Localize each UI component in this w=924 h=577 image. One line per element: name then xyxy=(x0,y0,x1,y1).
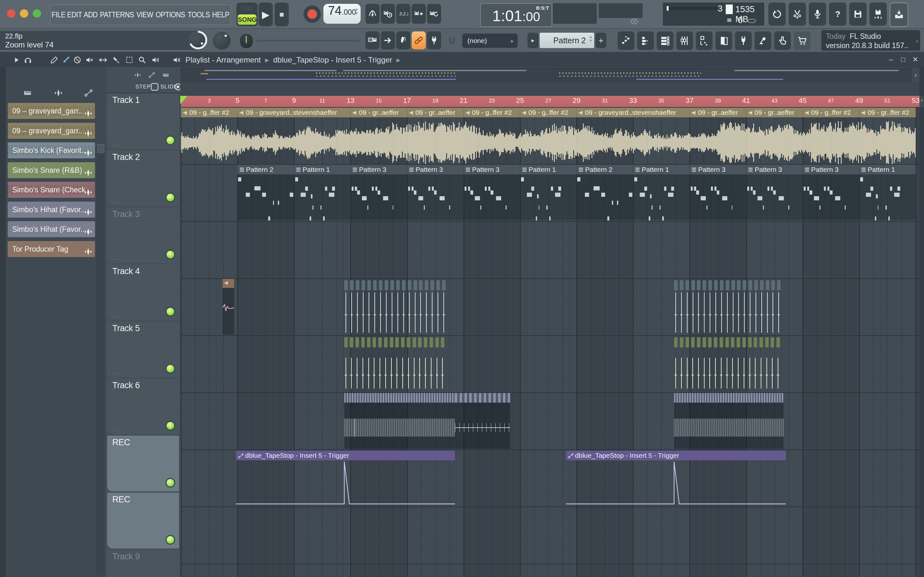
metronome-button[interactable] xyxy=(365,4,380,24)
clip-source-item[interactable]: 09 – graveyard_garr.. xyxy=(8,123,95,139)
zoom-window-button[interactable] xyxy=(33,9,41,18)
audio-clip[interactable]: 09 - g..ffer #2 xyxy=(181,108,238,117)
pattern-clip[interactable]: ≣Pattern 2 xyxy=(577,165,633,174)
audio-wave-icon[interactable] xyxy=(134,71,141,80)
automation-clip-label[interactable]: dblue_TapeStop - Insert 5 - Trigger xyxy=(236,451,455,460)
snap-selector[interactable]: (none) ▸ xyxy=(462,33,518,48)
menu-edit[interactable]: EDIT xyxy=(67,11,82,19)
select-tool[interactable] xyxy=(124,55,135,65)
vertical-scrollbar[interactable]: ^ xyxy=(919,67,924,577)
shuttle-wheel[interactable] xyxy=(240,34,253,48)
mixer-button[interactable] xyxy=(676,31,693,50)
pattern-clip[interactable]: ≣Pattern 3 xyxy=(690,165,746,174)
pattern-clip[interactable]: ≣Pattern 3 xyxy=(803,165,859,174)
pattern-clip-body[interactable] xyxy=(237,174,294,220)
track-arm-led[interactable] xyxy=(166,135,175,145)
track-arm-led[interactable] xyxy=(166,250,175,259)
scroll-up-button[interactable]: ^ xyxy=(919,96,924,107)
plugin-database-button[interactable] xyxy=(735,31,752,50)
master-pitch-knob[interactable] xyxy=(212,31,231,50)
close-window-button[interactable] xyxy=(7,9,15,18)
record-button[interactable] xyxy=(304,5,321,23)
clip-source-item[interactable]: Simbo's Snare (Check) xyxy=(8,182,95,198)
countdown-button[interactable]: 3.2.1 xyxy=(396,4,410,24)
audio-clip[interactable]: 09 - gr..ffer #2 xyxy=(859,108,916,117)
track-arm-led[interactable] xyxy=(166,307,175,316)
mini-audio-clip[interactable] xyxy=(223,279,234,288)
remote-control-button[interactable] xyxy=(427,31,441,49)
browser-button[interactable] xyxy=(696,31,712,50)
pattern-clip-body[interactable] xyxy=(633,174,689,220)
tempo-spinner[interactable]: ▲▼ xyxy=(354,7,359,15)
pattern-clip[interactable]: ≣Pattern 2 xyxy=(237,165,294,174)
automation-icon[interactable] xyxy=(148,71,155,80)
sidebar-tab-audio-wave[interactable] xyxy=(52,88,65,98)
audio-clip[interactable]: 09 - gr..aeffer xyxy=(746,108,803,117)
pattern-clip-body[interactable] xyxy=(294,174,350,220)
pattern-clip-body[interactable] xyxy=(690,174,746,220)
playback-tool[interactable] xyxy=(150,55,161,65)
shop-button[interactable] xyxy=(794,31,811,50)
master-volume-knob[interactable] xyxy=(189,31,207,49)
minimize-window-button[interactable] xyxy=(20,9,28,18)
channel-rack-button[interactable] xyxy=(657,31,674,50)
track-arm-led[interactable] xyxy=(166,535,175,545)
pedal-button[interactable] xyxy=(396,31,410,49)
typing-to-piano-button[interactable] xyxy=(365,31,380,49)
pattern-clip[interactable]: ≣Pattern 1 xyxy=(294,165,351,174)
touch-button[interactable] xyxy=(774,31,791,50)
link-button[interactable] xyxy=(412,31,426,49)
lamp-button[interactable] xyxy=(754,31,771,50)
menu-file[interactable]: FILE xyxy=(52,11,65,19)
track-options-dots[interactable]: ... xyxy=(111,425,120,433)
pattern-clip[interactable]: ≣Pattern 1 xyxy=(859,165,916,174)
clip-source-item[interactable]: Simbo's Kick (Favorit.. xyxy=(8,142,95,158)
cut-button[interactable] xyxy=(788,3,806,26)
breadcrumb-selected-clip[interactable]: dblue_TapeStop - Insert 5 - Trigger xyxy=(273,55,393,64)
track-options-dots[interactable]: ... xyxy=(111,367,120,376)
magnet-icon[interactable] xyxy=(447,35,457,47)
pattern-jump-button[interactable]: ▸ xyxy=(527,33,538,48)
close-playlist-button[interactable]: ✕ xyxy=(911,55,920,64)
track-options-dots[interactable]: ... xyxy=(111,482,120,490)
audio-clip[interactable]: 09 - graveyard..stevenshaeffer xyxy=(577,108,690,117)
audio-clip[interactable]: 09 - graveyard..stevenshaeffer xyxy=(237,108,351,117)
minimize-playlist-button[interactable]: – xyxy=(886,55,896,64)
pattern-clip[interactable]: ≣Pattern 3 xyxy=(464,165,520,174)
zoom-tool[interactable] xyxy=(137,55,148,65)
shuttle-groove[interactable] xyxy=(257,40,359,42)
save-new-version-button[interactable] xyxy=(869,3,887,26)
step-sequencer-button[interactable] xyxy=(637,31,654,50)
delete-tool[interactable] xyxy=(72,55,83,65)
pattern-clip-body[interactable] xyxy=(464,174,520,220)
track-header-5[interactable]: Track 5... xyxy=(107,322,179,377)
track-header-1[interactable]: Track 1... xyxy=(107,93,179,149)
pattern-clip[interactable]: ≣Pattern 3 xyxy=(351,165,407,174)
audio-clip[interactable]: 09 - g..ffer #2 xyxy=(803,108,859,117)
eye-icon[interactable] xyxy=(630,18,638,26)
pattern-clip-body[interactable] xyxy=(859,174,915,220)
maximize-playlist-button[interactable]: □ xyxy=(898,55,908,64)
track-header-6[interactable]: Track 6... xyxy=(107,379,179,434)
overdub-button[interactable] xyxy=(412,4,426,24)
pattern-spinner[interactable]: ▲▼ xyxy=(588,35,593,43)
clip-source-item[interactable]: Simbo's Hihat (Favor.. xyxy=(8,221,95,237)
paint-tool[interactable] xyxy=(60,55,71,65)
pattern-clip[interactable]: ≣Pattern 3 xyxy=(407,165,464,174)
add-pattern-button[interactable]: + xyxy=(596,33,606,48)
pattern-clip-body[interactable] xyxy=(351,174,407,220)
menu-view[interactable]: VIEW xyxy=(137,11,153,19)
play-marker-tool[interactable] xyxy=(11,55,22,65)
playlist-button[interactable] xyxy=(618,31,634,50)
pattern-clip-body[interactable] xyxy=(520,174,576,220)
pat-song-toggle[interactable]: PAT SONG xyxy=(236,3,258,26)
stop-button[interactable]: ■ xyxy=(275,3,289,26)
time-display[interactable]: B:S:T 1:01:00 xyxy=(480,3,552,27)
plugin-picker-button[interactable] xyxy=(716,31,732,50)
track-arm-led[interactable] xyxy=(166,478,175,488)
track-header-2[interactable]: Track 2... xyxy=(107,150,179,206)
track-options-dots[interactable]: ... xyxy=(111,139,120,148)
breadcrumb-arrangement[interactable]: Playlist - Arrangement xyxy=(186,55,261,64)
clip-source-item[interactable]: Tor Producer Tag xyxy=(8,241,95,257)
menu-patterns[interactable]: PATTERNS xyxy=(100,11,134,19)
